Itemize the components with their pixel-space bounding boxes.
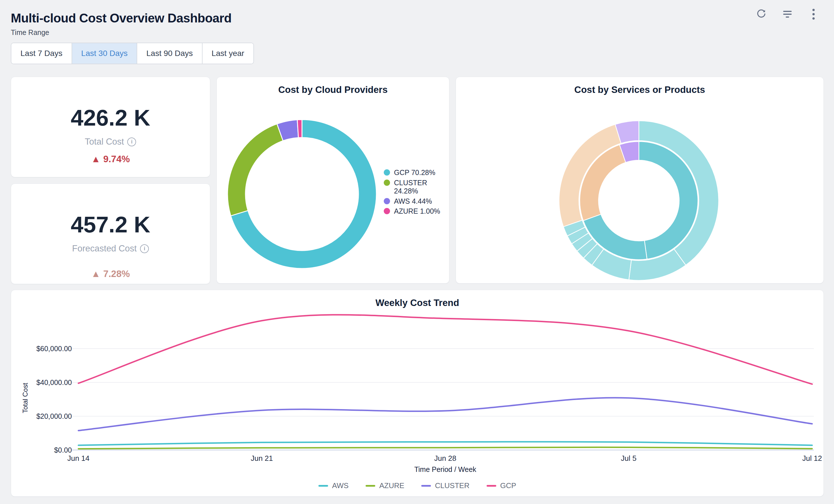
total-cost-card: 426.2 K Total Cost ▲ 9.74% (11, 77, 210, 177)
info-icon[interactable] (127, 137, 136, 146)
legend-label: AZURE (379, 481, 404, 490)
time-range-button-group: Last 7 DaysLast 30 DaysLast 90 DaysLast … (11, 43, 254, 64)
legend-label: GCP 70.28% (394, 169, 435, 177)
time-range-option-last-year[interactable]: Last year (202, 43, 254, 64)
legend-label: AWS (332, 481, 349, 490)
cost-by-services-title: Cost by Services or Products (456, 84, 824, 95)
cost-by-cloud-providers-title: Cost by Cloud Providers (217, 84, 449, 95)
legend-swatch (319, 485, 328, 487)
refresh-icon (755, 8, 767, 20)
x-axis-label: Time Period / Week (414, 465, 476, 473)
legend-swatch (487, 485, 496, 487)
services-sunburst-chart[interactable] (556, 118, 721, 283)
delta-up-icon: ▲ (91, 154, 101, 165)
donut-slice-azure[interactable] (298, 119, 302, 137)
delta-up-icon: ▲ (91, 268, 101, 279)
legend-item-azure[interactable]: AZURE 1.00% (384, 207, 443, 216)
x-tick-label: Jun 21 (251, 454, 273, 462)
legend-item-aws[interactable]: AWS 4.44% (384, 197, 443, 206)
time-range-option-last-90-days[interactable]: Last 90 Days (137, 43, 202, 64)
time-range-option-last-30-days[interactable]: Last 30 Days (72, 43, 137, 64)
forecasted-cost-card: 457.2 K Forecasted Cost ▲ 7.28% (11, 183, 210, 284)
cloud-providers-legend: GCP 70.28%CLUSTER 24.28%AWS 4.44%AZURE 1… (384, 169, 443, 216)
legend-item-aws[interactable]: AWS (319, 481, 349, 490)
multicloud-cost-dashboard: Multi-cloud Cost Overview Dashboard Time… (0, 0, 834, 504)
total-cost-delta: ▲ 9.74% (91, 154, 130, 165)
legend-item-gcp[interactable]: GCP (487, 481, 516, 490)
forecasted-cost-value: 457.2 K (71, 213, 150, 236)
legend-item-gcp[interactable]: GCP 70.28% (384, 169, 443, 177)
trend-line-aws[interactable] (79, 442, 812, 445)
total-cost-label: Total Cost (85, 137, 124, 147)
trend-line-cluster[interactable] (79, 398, 812, 431)
info-icon[interactable] (140, 244, 149, 253)
cost-by-services-panel: Cost by Services or Products (456, 77, 824, 284)
y-tick-label: $0.00 (54, 446, 72, 454)
filter-button[interactable] (780, 6, 795, 22)
more-options-button[interactable] (806, 6, 821, 22)
filter-icon (783, 11, 792, 18)
forecasted-cost-delta: ▲ 7.28% (91, 268, 130, 279)
trend-line-azure[interactable] (79, 447, 812, 448)
header-actions (753, 6, 821, 22)
y-axis-label: Total Cost (21, 383, 29, 413)
trend-line-gcp[interactable] (79, 315, 812, 384)
forecasted-cost-label: Forecasted Cost (72, 243, 137, 254)
page-title: Multi-cloud Cost Overview Dashboard (11, 11, 232, 25)
forecasted-cost-delta-value: 7.28% (103, 268, 130, 279)
refresh-button[interactable] (753, 6, 769, 22)
legend-item-azure[interactable]: AZURE (366, 481, 404, 490)
legend-dot (384, 169, 390, 176)
y-tick-label: $60,000.00 (36, 345, 72, 353)
y-tick-label: $20,000.00 (36, 412, 72, 420)
weekly-cost-trend-chart[interactable]: $0.00$20,000.00$40,000.00$60,000.00Jun 1… (11, 290, 824, 478)
legend-label: CLUSTER (435, 481, 469, 490)
legend-dot (384, 198, 390, 204)
legend-swatch (366, 485, 375, 487)
legend-label: CLUSTER 24.28% (394, 179, 443, 195)
cost-by-cloud-providers-panel: Cost by Cloud Providers GCP 70.28%CLUSTE… (216, 77, 449, 284)
weekly-cost-trend-legend: AWSAZURECLUSTERGCP (11, 481, 824, 490)
time-range-option-last-7-days[interactable]: Last 7 Days (12, 43, 72, 64)
legend-label: AZURE 1.00% (394, 207, 440, 216)
y-tick-label: $40,000.00 (36, 378, 72, 387)
donut-slice-cluster[interactable] (227, 124, 283, 216)
legend-label: GCP (500, 481, 516, 490)
weekly-cost-trend-panel: Weekly Cost Trend $0.00$20,000.00$40,000… (11, 290, 824, 497)
x-tick-label: Jul 5 (621, 454, 637, 462)
x-tick-label: Jun 14 (67, 454, 89, 462)
legend-item-cluster[interactable]: CLUSTER 24.28% (384, 179, 443, 195)
time-range-label: Time Range (11, 28, 49, 37)
kebab-menu-icon (812, 9, 815, 20)
total-cost-value: 426.2 K (71, 107, 150, 129)
legend-swatch (421, 485, 431, 487)
legend-dot (384, 208, 390, 214)
x-tick-label: Jul 12 (802, 454, 822, 462)
legend-item-cluster[interactable]: CLUSTER (421, 481, 469, 490)
cloud-providers-donut-chart[interactable] (224, 116, 380, 272)
x-tick-label: Jun 28 (434, 454, 456, 462)
legend-dot (384, 179, 390, 186)
legend-label: AWS 4.44% (394, 197, 432, 206)
total-cost-delta-value: 9.74% (103, 154, 130, 165)
